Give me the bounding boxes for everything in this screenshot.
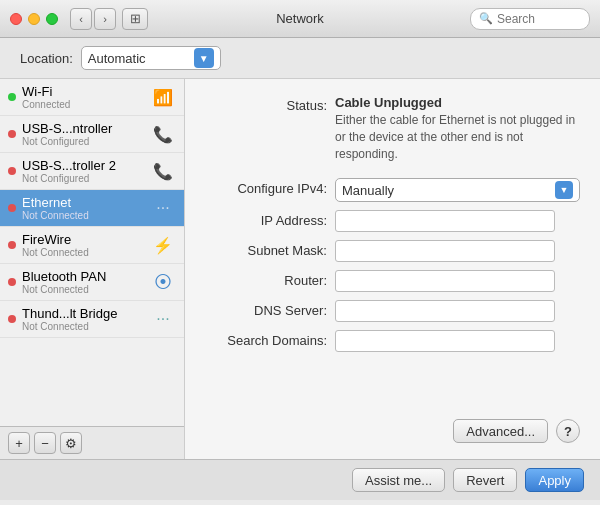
usb2-icon: 📞 [150, 158, 176, 184]
assist-button[interactable]: Assist me... [352, 468, 445, 492]
revert-button[interactable]: Revert [453, 468, 517, 492]
sidebar-item-usb1[interactable]: USB-S...ntroller Not Configured 📞 [0, 116, 184, 153]
status-dot-bluetooth [8, 278, 16, 286]
ip-input[interactable] [335, 210, 555, 232]
wifi-icon: 📶 [150, 84, 176, 110]
nav-buttons: ‹ › [70, 8, 116, 30]
advanced-area: Advanced... ? [205, 360, 580, 443]
bluetooth-icon: ⦿ [150, 269, 176, 295]
sidebar-item-wifi-status: Connected [22, 99, 150, 110]
location-value: Automatic [88, 51, 194, 66]
sidebar-item-ethernet[interactable]: Ethernet Not Connected ··· [0, 190, 184, 227]
location-dropdown-arrow: ▼ [194, 48, 214, 68]
sidebar-item-bluetooth[interactable]: Bluetooth PAN Not Connected ⦿ [0, 264, 184, 301]
sidebar-item-usb1-name: USB-S...ntroller [22, 121, 150, 136]
sidebar-item-thunderbolt-status: Not Connected [22, 321, 150, 332]
sidebar-item-wifi-name: Wi-Fi [22, 84, 150, 99]
domains-row: Search Domains: [205, 330, 580, 352]
router-row: Router: [205, 270, 580, 292]
close-button[interactable] [10, 13, 22, 25]
sidebar-item-wifi[interactable]: Wi-Fi Connected 📶 [0, 79, 184, 116]
remove-network-button[interactable]: − [34, 432, 56, 454]
sidebar-item-firewire-status: Not Connected [22, 247, 150, 258]
sidebar-item-ethernet-name: Ethernet [22, 195, 150, 210]
dns-row: DNS Server: [205, 300, 580, 322]
sidebar-item-ethernet-status: Not Connected [22, 210, 150, 221]
status-label: Status: [205, 95, 335, 113]
ethernet-icon: ··· [150, 195, 176, 221]
search-input[interactable] [497, 12, 581, 26]
traffic-lights [10, 13, 58, 25]
router-input[interactable] [335, 270, 555, 292]
back-button[interactable]: ‹ [70, 8, 92, 30]
sidebar-item-thunderbolt[interactable]: Thund...lt Bridge Not Connected ··· [0, 301, 184, 338]
window-title: Network [276, 11, 324, 26]
sidebar-item-thunderbolt-name: Thund...lt Bridge [22, 306, 150, 321]
status-dot-thunderbolt [8, 315, 16, 323]
thunderbolt-icon: ··· [150, 306, 176, 332]
domains-input[interactable] [335, 330, 555, 352]
sidebar-item-usb1-status: Not Configured [22, 136, 150, 147]
forward-button[interactable]: › [94, 8, 116, 30]
router-label: Router: [205, 270, 335, 288]
search-bar[interactable]: 🔍 [470, 8, 590, 30]
sidebar: Wi-Fi Connected 📶 USB-S...ntroller Not C… [0, 79, 185, 459]
subnet-row: Subnet Mask: [205, 240, 580, 262]
sidebar-item-bluetooth-name: Bluetooth PAN [22, 269, 150, 284]
gear-menu-button[interactable]: ⚙ [60, 432, 82, 454]
minimize-button[interactable] [28, 13, 40, 25]
configure-row: Configure IPv4: Manually ▼ [205, 178, 580, 202]
dns-label: DNS Server: [205, 300, 335, 318]
dns-input[interactable] [335, 300, 555, 322]
subnet-label: Subnet Mask: [205, 240, 335, 258]
ip-label: IP Address: [205, 210, 335, 228]
main-content: Wi-Fi Connected 📶 USB-S...ntroller Not C… [0, 79, 600, 459]
status-dot-firewire [8, 241, 16, 249]
status-dot-ethernet [8, 204, 16, 212]
status-dot-usb1 [8, 130, 16, 138]
apply-button[interactable]: Apply [525, 468, 584, 492]
maximize-button[interactable] [46, 13, 58, 25]
location-bar: Location: Automatic ▼ [0, 38, 600, 79]
sidebar-item-usb2[interactable]: USB-S...troller 2 Not Configured 📞 [0, 153, 184, 190]
search-icon: 🔍 [479, 12, 493, 25]
firewire-icon: ⚡ [150, 232, 176, 258]
add-network-button[interactable]: + [8, 432, 30, 454]
sidebar-item-firewire[interactable]: FireWire Not Connected ⚡ [0, 227, 184, 264]
sidebar-toolbar: + − ⚙ [0, 426, 184, 459]
usb1-icon: 📞 [150, 121, 176, 147]
ip-address-row: IP Address: [205, 210, 580, 232]
location-label: Location: [20, 51, 73, 66]
right-panel: Status: Cable Unplugged Either the cable… [185, 79, 600, 459]
sidebar-item-usb2-name: USB-S...troller 2 [22, 158, 150, 173]
configure-ipv4-value: Manually [342, 183, 555, 198]
subnet-input[interactable] [335, 240, 555, 262]
sidebar-item-firewire-name: FireWire [22, 232, 150, 247]
configure-label: Configure IPv4: [205, 178, 335, 196]
domains-label: Search Domains: [205, 330, 335, 348]
sidebar-item-usb2-status: Not Configured [22, 173, 150, 184]
status-description: Either the cable for Ethernet is not plu… [335, 112, 580, 162]
status-dot-wifi [8, 93, 16, 101]
help-button[interactable]: ? [556, 419, 580, 443]
sidebar-item-bluetooth-status: Not Connected [22, 284, 150, 295]
status-dot-usb2 [8, 167, 16, 175]
bottom-bar: Assist me... Revert Apply [0, 459, 600, 500]
location-select[interactable]: Automatic ▼ [81, 46, 221, 70]
configure-ipv4-select[interactable]: Manually ▼ [335, 178, 580, 202]
titlebar: ‹ › ⊞ Network 🔍 [0, 0, 600, 38]
grid-button[interactable]: ⊞ [122, 8, 148, 30]
status-row: Status: Cable Unplugged Either the cable… [205, 95, 580, 162]
status-value: Cable Unplugged [335, 95, 442, 110]
configure-dropdown-arrow: ▼ [555, 181, 573, 199]
advanced-button[interactable]: Advanced... [453, 419, 548, 443]
sidebar-list: Wi-Fi Connected 📶 USB-S...ntroller Not C… [0, 79, 184, 426]
